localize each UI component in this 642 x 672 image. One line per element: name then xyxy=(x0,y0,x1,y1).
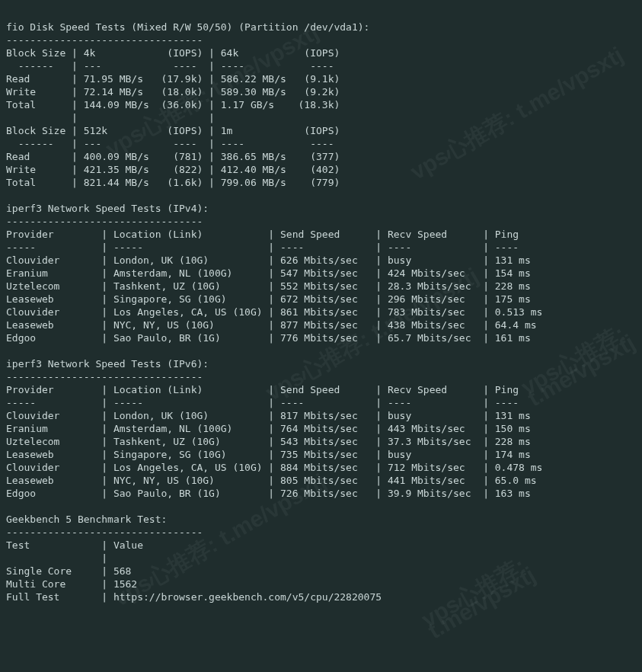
ipv6-header: Provider | Location (Link) | Send Speed … xyxy=(6,384,519,395)
disk-divider-1: ------ | --- ---- | ---- ---- xyxy=(6,60,334,72)
ipv6-row: Eranium | Amsterdam, NL (100G) | 764 Mbi… xyxy=(6,423,531,434)
ipv4-row: Edgoo | Sao Paulo, BR (1G) | 776 Mbits/s… xyxy=(6,332,531,344)
disk-divider-2: ------ | --- ---- | ---- ---- xyxy=(6,138,334,149)
ipv6-row: Leaseweb | Singapore, SG (10G) | 735 Mbi… xyxy=(6,449,531,460)
ipv6-row: Edgoo | Sao Paulo, BR (1G) | 726 Mbits/s… xyxy=(6,488,531,499)
ipv4-row: Leaseweb | Singapore, SG (10G) | 672 Mbi… xyxy=(6,293,531,305)
geekbench-title: Geekbench 5 Benchmark Test: xyxy=(6,514,167,525)
ipv4-row: Uztelecom | Tashkent, UZ (10G) | 552 Mbi… xyxy=(6,280,531,292)
ipv6-row: Uztelecom | Tashkent, UZ (10G) | 543 Mbi… xyxy=(6,436,531,447)
disk-title: fio Disk Speed Tests (Mixed R/W 50/50) (… xyxy=(6,21,369,33)
ipv4-row: Clouvider | Los Angeles, CA, US (10G) | … xyxy=(6,306,542,318)
geekbench-blank: | xyxy=(6,552,107,564)
disk-header-2: Block Size | 512k (IOPS) | 1m (IOPS) xyxy=(6,125,340,136)
ipv6-row: Leaseweb | NYC, NY, US (10G) | 805 Mbits… xyxy=(6,475,537,486)
disk-header-1: Block Size | 4k (IOPS) | 64k (IOPS) xyxy=(6,47,340,59)
disk-write-2: Write | 421.35 MB/s (822) | 412.40 MB/s … xyxy=(6,164,340,175)
ipv6-divider: ----- | ----- | ---- | ---- | ---- xyxy=(6,397,519,408)
geekbench-single: Single Core | 568 xyxy=(6,565,131,577)
ipv6-row: Clouvider | London, UK (10G) | 817 Mbits… xyxy=(6,410,531,421)
geekbench-multi: Multi Core | 1562 xyxy=(6,578,137,590)
ipv6-title: iperf3 Network Speed Tests (IPv6): xyxy=(6,358,209,370)
geekbench-header: Test | Value xyxy=(6,539,143,551)
disk-blank-1: | | xyxy=(6,112,215,123)
ipv4-row: Leaseweb | NYC, NY, US (10G) | 877 Mbits… xyxy=(6,319,537,331)
disk-read-2: Read | 400.09 MB/s (781) | 386.65 MB/s (… xyxy=(6,151,340,162)
ipv4-row: Eranium | Amsterdam, NL (100G) | 547 Mbi… xyxy=(6,267,531,279)
ipv4-title: iperf3 Network Speed Tests (IPv4): xyxy=(6,203,209,214)
disk-total-1: Total | 144.09 MB/s (36.0k) | 1.17 GB/s … xyxy=(6,99,340,110)
terminal-output: fio Disk Speed Tests (Mixed R/W 50/50) (… xyxy=(0,0,642,613)
ipv4-divider: ----- | ----- | ---- | ---- | ---- xyxy=(6,242,519,253)
ipv4-sep: --------------------------------- xyxy=(6,216,203,227)
disk-total-2: Total | 821.44 MB/s (1.6k) | 799.06 MB/s… xyxy=(6,177,340,188)
ipv4-header: Provider | Location (Link) | Send Speed … xyxy=(6,229,519,240)
disk-read-1: Read | 71.95 MB/s (17.9k) | 586.22 MB/s … xyxy=(6,73,340,85)
disk-sep: --------------------------------- xyxy=(6,34,203,46)
geekbench-full: Full Test | https://browser.geekbench.co… xyxy=(6,591,382,603)
ipv6-row: Clouvider | Los Angeles, CA, US (10G) | … xyxy=(6,462,542,473)
ipv6-sep: --------------------------------- xyxy=(6,371,203,382)
disk-write-1: Write | 72.14 MB/s (18.0k) | 589.30 MB/s… xyxy=(6,86,340,98)
ipv4-row: Clouvider | London, UK (10G) | 626 Mbits… xyxy=(6,254,531,266)
geekbench-sep: --------------------------------- xyxy=(6,526,203,538)
